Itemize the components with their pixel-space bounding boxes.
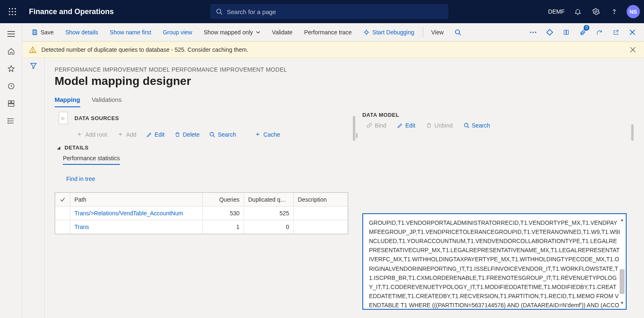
col-queries[interactable]: Queries — [203, 193, 244, 207]
popout-icon[interactable] — [608, 25, 623, 40]
cache-button[interactable]: ＋Cache — [250, 128, 284, 140]
warning-banner: Detected number of duplicate queries to … — [22, 41, 644, 58]
data-model-title: DATA MODEL — [362, 112, 627, 118]
tab-validations[interactable]: Validations — [92, 96, 122, 107]
performance-trace-button[interactable]: Performance trace — [299, 25, 357, 40]
app-launcher-icon[interactable] — [4, 3, 21, 20]
svg-point-12 — [614, 13, 614, 14]
star-icon[interactable] — [2, 60, 20, 77]
path-link[interactable]: Trans — [74, 224, 89, 230]
view-button[interactable]: View — [426, 25, 449, 40]
app-title: Finance and Operations — [29, 7, 114, 16]
company-label[interactable]: DEMF — [545, 8, 568, 15]
svg-point-2 — [14, 8, 16, 9]
subtab-performance-statistics[interactable]: Performance statistics — [63, 155, 120, 165]
topnav-right: DEMF NS — [545, 3, 640, 20]
avatar[interactable]: NS — [627, 5, 640, 18]
bell-icon[interactable] — [570, 3, 586, 20]
svg-point-46 — [464, 123, 468, 127]
data-model-toolbar: Bind Edit Unbind — [362, 120, 627, 130]
tab-mapping[interactable]: Mapping — [55, 96, 80, 107]
book-icon[interactable] — [559, 25, 574, 40]
svg-point-28 — [365, 31, 368, 34]
edit-button[interactable]: Edit — [142, 130, 169, 140]
funnel-icon[interactable] — [30, 62, 37, 318]
sql-text: GROUPID,T1.VENDORPORTALADMINISTRATORRECI… — [369, 219, 620, 310]
workspace-icon[interactable] — [2, 95, 20, 112]
splitter-handle-icon[interactable]: ‖ — [356, 132, 358, 310]
show-name-first-button[interactable]: Show name first — [105, 25, 156, 40]
save-button[interactable]: Save — [26, 25, 59, 40]
command-bar: Save Show details Show name first Group … — [22, 23, 644, 41]
details-header[interactable]: ◢ DETAILS — [57, 145, 348, 151]
pencil-icon — [146, 132, 152, 137]
global-search[interactable] — [210, 4, 448, 19]
warning-close-icon[interactable] — [628, 45, 637, 54]
dm-search-button[interactable]: Search — [460, 120, 494, 130]
modules-icon[interactable] — [2, 113, 20, 129]
refresh-icon[interactable] — [592, 25, 607, 40]
delete-button[interactable]: Delete — [170, 130, 203, 140]
scroll-up-icon[interactable]: ▲ — [620, 217, 624, 223]
warning-icon — [29, 46, 36, 53]
add-button: ＋Add — [113, 128, 141, 140]
svg-line-47 — [467, 127, 469, 128]
col-description[interactable]: Description — [294, 193, 348, 207]
trash-icon — [426, 123, 432, 128]
collapse-toggle[interactable]: ▷ — [59, 112, 68, 124]
svg-point-23 — [7, 118, 8, 119]
table-row[interactable]: Trans 1 0 — [55, 220, 348, 234]
svg-rect-27 — [34, 32, 36, 34]
cell-queries: 530 — [203, 207, 244, 220]
gear-icon[interactable] — [588, 3, 604, 20]
find-in-tree-link[interactable]: Find in tree — [66, 176, 348, 182]
splitter-right[interactable] — [631, 112, 634, 310]
scroll-thumb[interactable] — [620, 269, 625, 294]
col-duplicated[interactable]: Duplicated que... — [244, 193, 294, 207]
validate-button[interactable]: Validate — [267, 25, 298, 40]
dm-edit-button[interactable]: Edit — [393, 120, 419, 130]
help-icon[interactable] — [606, 3, 622, 20]
main-tabs: Mapping Validations — [55, 96, 634, 108]
diamond-icon[interactable] — [542, 25, 557, 40]
svg-point-6 — [9, 14, 10, 15]
recent-icon[interactable] — [2, 78, 20, 94]
search-action-icon[interactable] — [450, 25, 465, 40]
scroll-down-icon[interactable]: ▼ — [620, 300, 624, 306]
table-row[interactable]: Trans/>Relations/VendTable_AccountNum 53… — [55, 207, 348, 220]
home-icon[interactable] — [2, 43, 20, 60]
save-label: Save — [41, 29, 54, 36]
svg-rect-26 — [34, 30, 36, 31]
svg-point-3 — [9, 11, 10, 12]
col-select[interactable] — [55, 193, 70, 207]
search-button[interactable]: Search — [205, 130, 240, 140]
start-debugging-button[interactable]: Start Debugging — [358, 25, 419, 40]
more-icon[interactable] — [526, 25, 541, 40]
svg-line-34 — [459, 34, 461, 35]
show-details-button[interactable]: Show details — [60, 25, 103, 40]
cell-dup: 525 — [244, 207, 294, 220]
path-link[interactable]: Trans/>Relations/VendTable_AccountNum — [74, 210, 183, 217]
svg-point-35 — [530, 31, 531, 33]
col-path[interactable]: Path — [70, 193, 203, 207]
svg-line-45 — [213, 135, 215, 137]
sql-scrollbar[interactable]: ▲ ▼ — [619, 217, 625, 306]
splitter-left[interactable] — [352, 112, 356, 310]
group-view-button[interactable]: Group view — [158, 25, 197, 40]
performance-grid: Path Queries Duplicated que... Descripti… — [55, 192, 348, 234]
show-mapped-only-button[interactable]: Show mapped only — [199, 25, 266, 40]
sql-preview[interactable]: GROUPID,T1.VENDORPORTALADMINISTRATORRECI… — [362, 213, 627, 310]
search-input[interactable] — [227, 8, 443, 15]
svg-rect-18 — [11, 101, 14, 103]
attachments-icon[interactable]: 0 — [575, 25, 590, 40]
svg-point-11 — [595, 11, 597, 13]
details-subtabs: Performance statistics — [63, 155, 348, 165]
trash-icon — [175, 132, 180, 137]
designer-area: PERFORMANCE IMPROVEMENT MODEL PERFORMANC… — [45, 58, 644, 318]
check-icon — [60, 197, 65, 202]
menu-icon[interactable] — [2, 26, 20, 42]
unbind-button: Unbind — [422, 120, 457, 130]
start-debugging-label: Start Debugging — [372, 29, 414, 36]
close-icon[interactable] — [625, 25, 640, 40]
separator — [423, 27, 423, 37]
